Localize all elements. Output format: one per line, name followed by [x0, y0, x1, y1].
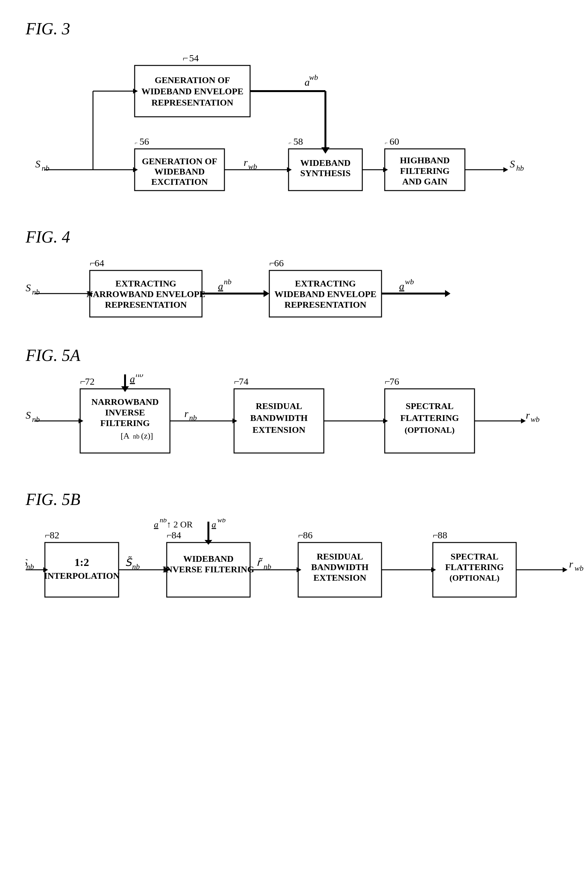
- svg-text:nb: nb: [32, 415, 40, 424]
- svg-text:HIGHBAND: HIGHBAND: [400, 155, 450, 165]
- fig5b-title: FIG. 5B: [26, 490, 562, 509]
- svg-text:nb: nb: [224, 278, 231, 286]
- svg-text:64: 64: [94, 258, 104, 268]
- svg-text:72: 72: [85, 376, 94, 387]
- svg-text:nb: nb: [264, 563, 271, 571]
- fig5a-title: FIG. 5A: [26, 346, 562, 365]
- svg-text:a: a: [399, 280, 404, 292]
- svg-text:a: a: [212, 519, 216, 529]
- svg-text:SPECTRAL: SPECTRAL: [406, 401, 453, 411]
- svg-text:56: 56: [140, 136, 149, 147]
- svg-text:REPRESENTATION: REPRESENTATION: [284, 300, 366, 310]
- svg-text:S: S: [35, 158, 40, 170]
- svg-text:↑ 2 OR: ↑ 2 OR: [167, 519, 193, 529]
- svg-text:INVERSE FILTERING: INVERSE FILTERING: [162, 564, 254, 574]
- svg-text:(OPTIONAL): (OPTIONAL): [450, 573, 500, 583]
- svg-text:SYNTHESIS: SYNTHESIS: [300, 168, 350, 178]
- svg-text:nb: nb: [160, 519, 167, 524]
- fig3-diagram: ⌐ 54 GENERATION OF WIDEBAND ENVELOPE REP…: [26, 48, 562, 202]
- svg-text:88: 88: [438, 529, 447, 540]
- svg-text:66: 66: [274, 258, 284, 268]
- svg-text:wb: wb: [405, 278, 414, 286]
- svg-text:BANDWIDTH: BANDWIDTH: [311, 562, 369, 572]
- svg-text:S̃: S̃: [125, 556, 132, 568]
- svg-text:GENERATION OF: GENERATION OF: [142, 156, 217, 166]
- svg-text:EXTENSION: EXTENSION: [253, 425, 306, 435]
- svg-marker-62: [264, 290, 269, 297]
- fig3-section: FIG. 3 ⌐ 54 GENERATION OF WIDEBAND ENVEL…: [26, 19, 562, 202]
- svg-text:FILTERING: FILTERING: [100, 418, 150, 428]
- svg-text:74: 74: [239, 376, 249, 387]
- svg-text:82: 82: [50, 529, 59, 540]
- svg-text:⌐: ⌐: [135, 140, 138, 146]
- svg-text:wb: wb: [218, 519, 226, 524]
- svg-rect-110: [45, 543, 118, 597]
- svg-text:NARROWBAND ENVELOPE: NARROWBAND ENVELOPE: [86, 289, 205, 299]
- svg-text:S: S: [26, 282, 31, 293]
- page: FIG. 3 ⌐ 54 GENERATION OF WIDEBAND ENVEL…: [0, 0, 588, 889]
- svg-text:NARROWBAND: NARROWBAND: [92, 397, 159, 407]
- svg-text:60: 60: [390, 136, 399, 147]
- svg-text:SPECTRAL: SPECTRAL: [450, 552, 498, 561]
- svg-text:REPRESENTATION: REPRESENTATION: [152, 98, 233, 107]
- svg-text:S: S: [510, 158, 515, 170]
- svg-marker-105: [521, 418, 526, 424]
- svg-text:nb: nb: [32, 288, 40, 296]
- svg-text:a: a: [130, 375, 135, 385]
- svg-text:86: 86: [303, 529, 313, 540]
- fig4-diagram: ⌐ 64 EXTRACTING NARROWBAND ENVELOPE REPR…: [26, 256, 562, 320]
- svg-text:wb: wb: [309, 73, 318, 81]
- svg-text:58: 58: [293, 136, 303, 147]
- svg-text:⌐: ⌐: [183, 53, 188, 63]
- svg-text:FLATTERING: FLATTERING: [400, 413, 459, 423]
- svg-text:RESIDUAL: RESIDUAL: [256, 401, 302, 411]
- svg-text:EXTRACTING: EXTRACTING: [116, 278, 176, 289]
- svg-text:EXTRACTING: EXTRACTING: [295, 278, 356, 289]
- svg-text:54: 54: [189, 53, 199, 63]
- svg-text:⌐: ⌐: [288, 140, 291, 146]
- svg-text:INVERSE: INVERSE: [105, 408, 145, 417]
- svg-text:WIDEBAND: WIDEBAND: [300, 158, 350, 168]
- svg-marker-145: [562, 567, 567, 572]
- svg-text:(OPTIONAL): (OPTIONAL): [405, 426, 454, 435]
- svg-text:hb: hb: [516, 164, 524, 172]
- svg-text:r: r: [569, 558, 573, 570]
- svg-text:84: 84: [171, 529, 181, 540]
- svg-text:AND GAIN: AND GAIN: [402, 176, 448, 187]
- svg-text:a: a: [154, 519, 158, 529]
- fig5a-diagram: ⌐ 72 NARROWBAND INVERSE FILTERING [A nb …: [26, 375, 562, 464]
- svg-text:WIDEBAND ENVELOPE: WIDEBAND ENVELOPE: [141, 86, 243, 96]
- svg-text:nb: nb: [189, 414, 197, 422]
- svg-text:EXCITATION: EXCITATION: [152, 177, 208, 187]
- svg-text:INTERPOLATION: INTERPOLATION: [44, 571, 120, 581]
- fig5b-diagram: ⌐ 82 1:2 INTERPOLATION ⌐ 84 WIDEBAND INV…: [26, 519, 562, 608]
- svg-text:⌐: ⌐: [385, 140, 388, 146]
- svg-text:r: r: [244, 156, 248, 168]
- fig3-title: FIG. 3: [26, 19, 562, 38]
- svg-text:nb: nb: [133, 433, 140, 440]
- svg-marker-42: [503, 167, 508, 172]
- svg-text:BANDWIDTH: BANDWIDTH: [250, 413, 308, 423]
- svg-text:WIDEBAND: WIDEBAND: [183, 554, 233, 564]
- svg-text:r: r: [526, 409, 530, 421]
- svg-text:76: 76: [390, 376, 399, 387]
- svg-text:EXTENSION: EXTENSION: [314, 573, 366, 583]
- svg-text:[A: [A: [120, 431, 129, 441]
- svg-text:(z)]: (z)]: [141, 431, 153, 441]
- svg-text:REPRESENTATION: REPRESENTATION: [105, 300, 187, 310]
- svg-text:FLATTERING: FLATTERING: [445, 562, 504, 572]
- svg-text:wb: wb: [574, 564, 584, 572]
- fig5b-section: FIG. 5B ⌐ 82 1:2 INTERPOLATION ⌐ 84 WIDE…: [26, 490, 562, 608]
- fig4-title: FIG. 4: [26, 227, 562, 247]
- svg-text:nb: nb: [42, 164, 50, 172]
- svg-text:wb: wb: [248, 162, 257, 171]
- svg-text:a: a: [218, 280, 223, 292]
- svg-text:wb: wb: [531, 415, 540, 424]
- svg-text:WIDEBAND: WIDEBAND: [154, 167, 204, 176]
- svg-text:RESIDUAL: RESIDUAL: [317, 552, 363, 561]
- svg-text:S: S: [26, 409, 31, 421]
- svg-text:GENERATION OF: GENERATION OF: [154, 75, 230, 85]
- svg-text:r̃: r̃: [256, 557, 263, 568]
- svg-marker-66: [445, 290, 450, 297]
- svg-text:nb: nb: [136, 375, 143, 379]
